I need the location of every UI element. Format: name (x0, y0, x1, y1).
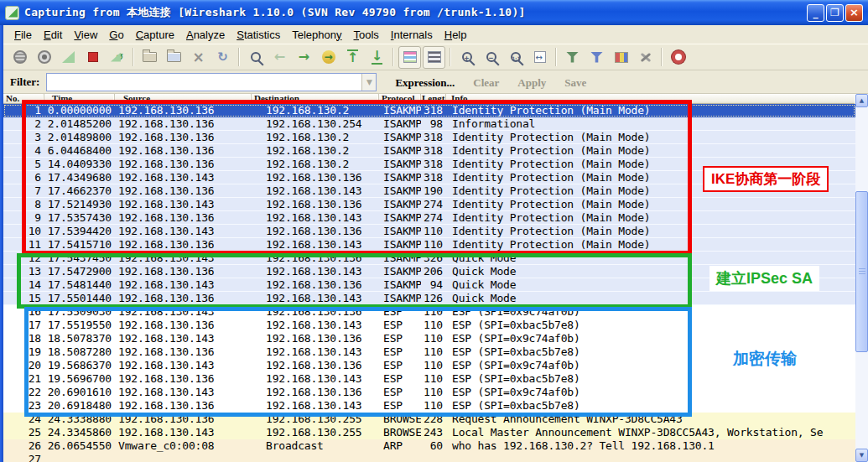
menu-item-telephony[interactable]: Telephony (286, 27, 347, 43)
cell-time: 17.5481440 (44, 278, 115, 292)
help-icon[interactable] (667, 46, 689, 69)
packet-row[interactable]: 2524.3345860192.168.130.143192.168.130.2… (3, 426, 855, 439)
resize-columns-icon[interactable] (528, 46, 551, 69)
zoom-normal-icon[interactable]: 1:1 (504, 46, 527, 69)
clear-button[interactable]: Clear (473, 76, 499, 89)
scroll-up-icon[interactable]: ▲ (855, 94, 868, 107)
packet-row[interactable]: 1217.5437450192.168.130.143192.168.130.1… (3, 252, 855, 265)
menu-item-file[interactable]: File (8, 27, 38, 43)
menu-item-capture[interactable]: Capture (130, 27, 180, 43)
packet-row[interactable]: 1818.5078370192.168.130.143192.168.130.1… (3, 332, 855, 345)
restart-capture-icon[interactable]: ↺ (106, 46, 128, 69)
menu-item-analyze[interactable]: Analyze (180, 27, 231, 43)
cell-length: 228 (421, 413, 446, 426)
packet-row[interactable]: 817.5214930192.168.130.143192.168.130.13… (3, 198, 855, 211)
display-filter-icon[interactable] (585, 46, 608, 69)
filter-input[interactable] (48, 75, 361, 90)
packet-row[interactable]: 2424.3338880192.168.130.136192.168.130.2… (3, 413, 855, 426)
cell-info: ESP (SPI=0xbac5b7e8) (446, 399, 855, 413)
cell-no: 24 (3, 413, 44, 426)
expression-button[interactable]: Expression... (395, 76, 455, 89)
menu-item-edit[interactable]: Edit (38, 27, 68, 43)
column-header-source[interactable]: Source (115, 94, 252, 104)
cell-destination: 192.168.130.136 (252, 225, 379, 238)
column-header-protocol[interactable]: Protocol (379, 94, 421, 104)
cell-source: 192.168.130.136 (115, 399, 252, 413)
reload-file-icon[interactable]: ↻ (211, 46, 234, 69)
packet-row[interactable]: 1017.5394420192.168.130.143192.168.130.1… (3, 225, 855, 238)
coloring-rules-icon[interactable] (610, 46, 632, 69)
find-packet-icon[interactable] (244, 46, 267, 69)
list-interfaces-icon[interactable] (8, 46, 31, 69)
open-file-icon[interactable] (138, 46, 161, 69)
menu-item-statistics[interactable]: Statistics (231, 27, 286, 43)
colorize-icon[interactable] (398, 46, 421, 69)
filter-combobox[interactable]: ▼ (46, 73, 377, 91)
go-to-packet-icon[interactable]: → (317, 46, 340, 69)
stop-capture-icon[interactable] (81, 46, 104, 69)
cell-source: 192.168.130.143 (115, 386, 252, 399)
save-file-icon[interactable] (163, 46, 185, 69)
menu-item-tools[interactable]: Tools (348, 27, 385, 43)
apply-button[interactable]: Apply (517, 76, 546, 89)
scrollbar-thumb[interactable] (855, 191, 868, 352)
minimize-button[interactable]: _ (807, 4, 824, 22)
packet-row[interactable]: 1717.5519550192.168.130.136192.168.130.1… (3, 319, 855, 332)
menu-item-help[interactable]: Help (439, 27, 473, 43)
cell-source: 192.168.130.136 (115, 211, 252, 225)
packet-row[interactable]: 2626.0654550Vmware_c0:00:08BroadcastARP6… (3, 439, 855, 453)
cell-protocol: ISAKMP (379, 225, 421, 238)
menu-item-internals[interactable]: Internals (385, 27, 439, 43)
go-to-top-icon[interactable]: ↑ (341, 46, 364, 69)
packet-row[interactable]: 10.00000000192.168.130.136192.168.130.2I… (3, 104, 855, 117)
packet-row[interactable]: 1517.5501440192.168.130.136192.168.130.1… (3, 292, 855, 305)
menu-item-go[interactable]: Go (103, 27, 129, 43)
column-header-length[interactable]: Length (421, 94, 446, 104)
packet-row[interactable]: 2119.5696700192.168.130.136192.168.130.1… (3, 372, 855, 386)
packet-row[interactable]: 2220.6901610192.168.130.143192.168.130.1… (3, 386, 855, 399)
save-button[interactable]: Save (564, 76, 586, 89)
close-file-icon[interactable]: × (187, 46, 210, 69)
packet-row[interactable]: 27 (3, 453, 855, 462)
cell-source: 192.168.130.143 (115, 198, 252, 211)
packet-row[interactable]: 917.5357430192.168.130.136192.168.130.14… (3, 211, 855, 225)
packet-row[interactable]: 1117.5415710192.168.130.136192.168.130.1… (3, 238, 855, 252)
column-header-info[interactable]: Info (446, 94, 855, 104)
cell-info: Identity Protection (Main Mode) (446, 211, 855, 225)
column-header-no[interactable]: No. (3, 94, 44, 104)
capture-filter-icon[interactable] (561, 46, 584, 69)
cell-length: 318 (421, 171, 446, 184)
column-header-time[interactable]: Time (44, 94, 115, 104)
packet-row[interactable]: 1617.5509030192.168.130.143192.168.130.1… (3, 305, 855, 319)
chevron-down-icon[interactable]: ▼ (361, 74, 376, 91)
close-button[interactable]: × (845, 4, 863, 22)
cell-destination: 192.168.130.2 (252, 158, 379, 171)
zoom-out-icon[interactable]: − (480, 46, 502, 69)
preferences-icon[interactable] (634, 46, 657, 69)
zoom-in-icon[interactable]: + (455, 46, 478, 69)
auto-scroll-icon[interactable] (423, 46, 445, 69)
wireshark-app-icon (5, 6, 19, 20)
capture-options-icon[interactable] (33, 46, 55, 69)
scroll-down-icon[interactable]: ▼ (855, 449, 868, 462)
cell-no: 11 (3, 238, 44, 252)
column-header-destination[interactable]: Destination (252, 94, 379, 104)
go-to-bottom-icon[interactable]: ↓ (366, 46, 388, 69)
packet-row[interactable]: 22.01485200192.168.130.136192.168.130.25… (3, 117, 855, 131)
cell-destination: 192.168.130.143 (252, 372, 379, 386)
start-capture-icon[interactable] (57, 46, 80, 69)
cell-source: 192.168.130.136 (115, 131, 252, 144)
menu-item-view[interactable]: View (68, 27, 103, 43)
packet-row[interactable]: 46.04468400192.168.130.136192.168.130.2I… (3, 144, 855, 158)
maximize-button[interactable]: ❐ (826, 4, 844, 22)
cell-time: 17.5415710 (44, 238, 115, 252)
packet-row[interactable]: 32.01489800192.168.130.136192.168.130.2I… (3, 131, 855, 144)
cell-info (446, 453, 855, 462)
cell-time: 26.0654550 (44, 439, 115, 453)
go-forward-icon[interactable]: → (293, 46, 315, 69)
cell-protocol: BROWSER (379, 413, 421, 426)
packet-row[interactable]: 2320.6918480192.168.130.136192.168.130.1… (3, 399, 855, 413)
vertical-scrollbar[interactable]: ▲ ▼ (855, 94, 868, 462)
cell-no: 9 (3, 211, 44, 225)
go-back-icon[interactable]: ← (268, 46, 291, 69)
